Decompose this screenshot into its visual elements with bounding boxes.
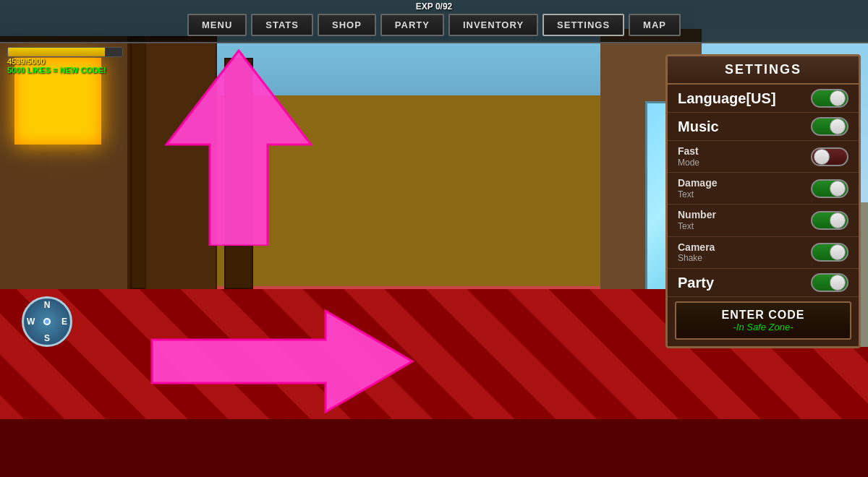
compass-east: E (61, 317, 67, 327)
safe-zone-label: -In Safe Zone- (682, 322, 844, 332)
fast-mode-toggle[interactable] (811, 147, 848, 166)
nav-btn-settings[interactable]: SETTINGS (542, 14, 624, 36)
damage-text-toggle-knob (830, 181, 846, 197)
camera-shake-label: CameraShake (678, 241, 715, 264)
fast-mode-label: FastMode (678, 145, 699, 168)
settings-row-damage-text: DamageText (668, 173, 859, 205)
compass-south: S (44, 333, 50, 343)
likes-text: 5000 LIKES = NEW CODE! (7, 66, 123, 74)
party-toggle[interactable] (811, 273, 848, 292)
number-text-label: NumberText (678, 209, 716, 231)
top-nav-bar: EXP 0/92 MENU STATS SHOP PARTY INVENTORY… (0, 0, 868, 43)
floor-shadow (0, 419, 868, 477)
language-toggle[interactable] (811, 89, 848, 108)
settings-row-music: Music (668, 113, 859, 141)
settings-title: SETTINGS (668, 56, 859, 85)
compass-dot (43, 318, 51, 325)
settings-row-party: Party (668, 269, 859, 297)
nav-btn-menu[interactable]: MENU (187, 14, 247, 36)
nav-btn-stats[interactable]: STATS (251, 14, 313, 36)
compass-west: W (27, 317, 35, 327)
music-label: Music (678, 118, 719, 135)
damage-text-label: DamageText (678, 177, 717, 199)
nav-buttons-container: MENU STATS SHOP PARTY INVENTORY SETTINGS… (187, 14, 681, 36)
compass-circle: N S E W (22, 296, 72, 347)
hp-bar-fill (8, 48, 105, 56)
number-text-toggle-knob (830, 212, 846, 228)
enter-code-label: ENTER CODE (682, 309, 844, 322)
exp-display: EXP 0/92 (416, 1, 452, 12)
language-label: Language[US] (678, 90, 776, 107)
fast-mode-toggle-knob (814, 149, 830, 165)
settings-row-number-text: NumberText (668, 205, 859, 236)
hp-bar-area: 4539/5000 5000 LIKES = NEW CODE! (7, 47, 123, 74)
hp-bar-background (7, 47, 123, 57)
nav-btn-map[interactable]: MAP (629, 14, 681, 36)
settings-row-camera-shake: CameraShake (668, 237, 859, 269)
building-left (0, 36, 130, 325)
party-label: Party (678, 274, 714, 291)
number-text-toggle[interactable] (811, 211, 848, 230)
enter-code-button[interactable]: ENTER CODE -In Safe Zone- (675, 301, 851, 340)
nav-btn-inventory[interactable]: INVENTORY (448, 14, 538, 36)
camera-shake-toggle[interactable] (811, 243, 848, 262)
hp-text: 4539/5000 (7, 57, 123, 66)
music-toggle[interactable] (811, 117, 848, 136)
party-toggle-knob (830, 275, 846, 291)
nav-btn-shop[interactable]: SHOP (318, 14, 376, 36)
damage-text-toggle[interactable] (811, 179, 848, 198)
compass: N S E W (22, 296, 72, 347)
settings-panel: SETTINGS Language[US] Music FastMode Dam… (665, 54, 861, 348)
camera-shake-toggle-knob (830, 244, 846, 260)
nav-btn-party[interactable]: PARTY (380, 14, 444, 36)
settings-row-fast-mode: FastMode (668, 141, 859, 173)
compass-north: N (44, 300, 51, 310)
settings-row-language: Language[US] (668, 85, 859, 113)
music-toggle-knob (830, 119, 846, 134)
language-toggle-knob (830, 90, 846, 106)
pillar-2 (224, 58, 253, 289)
